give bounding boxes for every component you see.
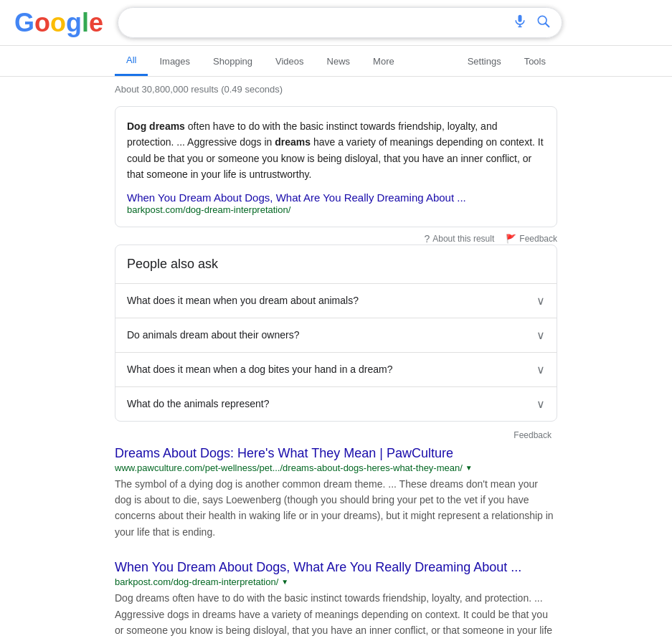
results-area: About 30,800,000 results (0.49 seconds) …: [0, 77, 672, 641]
about-result-button[interactable]: ? About this result: [424, 233, 494, 244]
flag-icon: 🚩: [506, 234, 516, 244]
paa-question-3: What do the animals represent?: [127, 398, 269, 409]
logo-g: G: [14, 8, 34, 38]
tab-settings[interactable]: Settings: [456, 47, 513, 75]
snippet-url: barkpost.com/dog-dream-interpretation/: [127, 204, 290, 215]
chevron-down-icon-1: ∨: [536, 328, 545, 342]
results-count: About 30,800,000 results (0.49 seconds): [115, 84, 557, 95]
snippet-text: Dog dreams often have to do with the bas…: [127, 118, 545, 183]
people-also-ask-box: People also ask What does it mean when y…: [115, 244, 557, 422]
tab-news[interactable]: News: [316, 47, 362, 75]
result-snippet-0: The symbol of a dying dog is another com…: [115, 476, 557, 541]
snippet-link[interactable]: When You Dream About Dogs, What Are You …: [127, 191, 545, 204]
chevron-down-icon-2: ∨: [536, 363, 545, 376]
logo-g2: g: [66, 8, 82, 38]
paa-title: People also ask: [115, 245, 557, 284]
tab-all[interactable]: All: [115, 46, 148, 76]
result-url-1: barkpost.com/dog-dream-interpretation/: [115, 576, 278, 587]
tab-shopping[interactable]: Shopping: [202, 47, 264, 75]
paa-item-2[interactable]: What does it mean when a dog bites your …: [115, 353, 557, 387]
paa-footer: Feedback: [115, 427, 557, 446]
question-icon: ?: [424, 233, 430, 244]
search-icon[interactable]: [536, 14, 550, 32]
nav-tabs: All Images Shopping Videos News More Set…: [0, 46, 672, 77]
paa-item-0[interactable]: What does it mean when you dream about a…: [115, 284, 557, 318]
result-title-1[interactable]: When You Dream About Dogs, What Are You …: [115, 560, 557, 575]
paa-item-1[interactable]: Do animals dream about their owners? ∨: [115, 318, 557, 353]
feedback-label-snippet: Feedback: [519, 234, 557, 244]
paa-question-2: What does it mean when a dog bites your …: [127, 364, 392, 375]
chevron-down-icon-3: ∨: [536, 397, 545, 411]
paa-question-1: Do animals dream about their owners?: [127, 329, 299, 341]
search-result-1: When You Dream About Dogs, What Are You …: [115, 560, 557, 641]
result-url-row-0: www.pawculture.com/pet-wellness/pet.../d…: [115, 462, 557, 473]
svg-line-4: [546, 24, 549, 27]
result-dropdown-arrow-0[interactable]: ▼: [465, 464, 473, 472]
snippet-bold-start: Dog dreams: [127, 120, 185, 132]
result-dropdown-arrow-1[interactable]: ▼: [281, 578, 288, 586]
result-snippet-1: Dog dreams often have to do with the bas…: [115, 590, 557, 641]
snippet-bold-dreams: dreams: [275, 136, 311, 148]
snippet-footer: ? About this result 🚩 Feedback: [115, 233, 557, 244]
result-url-0: www.pawculture.com/pet-wellness/pet.../d…: [115, 462, 463, 473]
result-url-row-1: barkpost.com/dog-dream-interpretation/ ▼: [115, 576, 557, 587]
microphone-icon[interactable]: [513, 14, 527, 32]
paa-item-3[interactable]: What do the animals represent? ∨: [115, 387, 557, 421]
google-logo[interactable]: G o o g l e: [14, 8, 103, 38]
tab-more[interactable]: More: [361, 47, 406, 75]
feedback-button-snippet[interactable]: 🚩 Feedback: [506, 234, 557, 244]
logo-o1: o: [34, 8, 50, 38]
tab-images[interactable]: Images: [148, 47, 202, 75]
logo-o2: o: [50, 8, 66, 38]
tab-tools[interactable]: Tools: [513, 47, 557, 75]
svg-rect-0: [519, 15, 522, 22]
featured-snippet: Dog dreams often have to do with the bas…: [115, 106, 557, 227]
logo-l: l: [82, 8, 89, 38]
result-title-0[interactable]: Dreams About Dogs: Here's What They Mean…: [115, 446, 557, 461]
tab-videos[interactable]: Videos: [264, 47, 316, 75]
paa-question-0: What does it mean when you dream about a…: [127, 295, 359, 306]
search-box[interactable]: dreaming pet: [118, 7, 562, 38]
search-input[interactable]: dreaming pet: [130, 16, 513, 29]
header: G o o g l e dreaming pet: [0, 0, 672, 46]
about-result-label: About this result: [432, 234, 494, 244]
search-result-0: Dreams About Dogs: Here's What They Mean…: [115, 446, 557, 541]
logo-e: e: [89, 8, 103, 38]
chevron-down-icon-0: ∨: [536, 294, 545, 308]
feedback-button-paa[interactable]: Feedback: [514, 430, 552, 440]
